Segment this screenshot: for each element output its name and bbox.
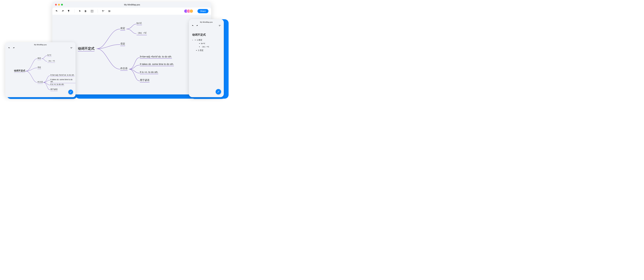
undo-icon[interactable]	[192, 24, 194, 27]
minimize-window-button[interactable]	[58, 4, 60, 6]
redo-icon[interactable]	[12, 47, 15, 49]
outline-item[interactable]: 2.否定	[192, 49, 220, 52]
magic-wand-icon[interactable]	[70, 47, 73, 49]
phone-toolbar	[189, 24, 224, 28]
bullet-icon	[195, 40, 196, 40]
svg-rect-0	[68, 10, 69, 11]
tablet-toolbar	[5, 46, 76, 50]
connector-lines	[52, 15, 211, 94]
outline-item-label: 2.否定	[198, 49, 204, 52]
document-title: My MindMap.pos	[189, 19, 224, 24]
undo-icon[interactable]	[55, 10, 58, 13]
svg-rect-9	[93, 12, 93, 12]
outline-item-label: （to）+V.	[201, 46, 209, 48]
main-toolbar: Share	[52, 8, 211, 15]
svg-rect-1	[68, 11, 69, 12]
svg-rect-6	[91, 10, 92, 10]
mindmap-canvas[interactable]: 动词不定式 肯定 否定 作主语 to+V. （to）+V. It+be+adj.…	[52, 15, 211, 94]
outline-item[interactable]: to+V.	[192, 42, 220, 44]
magic-wand-icon[interactable]	[102, 10, 105, 13]
redo-icon[interactable]	[196, 24, 198, 27]
mindmap-branch-node[interactable]: 否定	[120, 42, 125, 46]
bullet-icon	[196, 50, 197, 51]
edit-fab-button[interactable]	[68, 90, 73, 94]
svg-rect-8	[91, 12, 92, 12]
desktop-window: My MindMap.pos Share	[52, 2, 211, 94]
svg-rect-5	[91, 10, 93, 12]
tablet-window: My MindMap.pos 动词不定式 肯定 否定 作主语 to+V. （to…	[5, 42, 76, 97]
window-controls	[55, 4, 63, 6]
bullet-icon	[199, 46, 200, 47]
svg-point-11	[110, 11, 110, 11]
mindmap-branch-node[interactable]: 肯定	[120, 27, 125, 30]
outline-item-label: to+V.	[201, 42, 206, 44]
svg-point-12	[109, 12, 109, 12]
outline-item[interactable]: （to）+V.	[192, 46, 220, 48]
mindmap-leaf-node[interactable]: It+be+adj.+for/of sb. to do sth.	[50, 74, 74, 76]
outline-item-label: 1.肯定	[197, 39, 202, 41]
mindmap-leaf-node[interactable]: It is +n. to do sth.	[50, 83, 64, 86]
bullet-icon	[199, 43, 200, 44]
mindmap-leaf-node[interactable]: It is +n. to do sth.	[140, 71, 158, 74]
edit-fab-button[interactable]	[216, 89, 221, 94]
settings-sliders-icon[interactable]	[108, 10, 111, 13]
mindmap-branch-node[interactable]: 否定	[38, 66, 41, 69]
document-title: My MindMap.pos	[5, 42, 76, 46]
mindmap-root-node[interactable]: 动词不定式	[78, 46, 94, 51]
svg-point-10	[108, 10, 109, 11]
svg-rect-2	[85, 10, 86, 12]
mindmap-branch-node[interactable]: 作主语	[120, 67, 128, 70]
mindmap-leaf-node[interactable]: It takes sb. some time to do sth.	[50, 78, 76, 83]
mindmap-leaf-node[interactable]: （to）+V.	[48, 60, 55, 62]
outline-title: 动词不定式	[192, 33, 220, 36]
collaborator-avatars[interactable]	[184, 9, 193, 13]
align-icon[interactable]	[84, 10, 88, 13]
svg-rect-3	[86, 10, 86, 11]
phone-window: My MindMap.pos 动词不定式 ▾ 1.肯定 to+V. （to）+V…	[189, 19, 224, 97]
close-window-button[interactable]	[55, 4, 57, 6]
avatar[interactable]	[189, 9, 193, 13]
mindmap-leaf-node[interactable]: It+be+adj.+for/of sb. to do sth.	[140, 55, 172, 58]
mindmap-branch-node[interactable]: 作主语	[38, 81, 43, 83]
share-button[interactable]: Share	[198, 9, 208, 13]
mindmap-branch-node[interactable]: 肯定	[38, 57, 41, 60]
undo-icon[interactable]	[8, 47, 10, 49]
redo-icon[interactable]	[61, 10, 64, 13]
svg-rect-7	[93, 10, 93, 10]
outline-view[interactable]: 动词不定式 ▾ 1.肯定 to+V. （to）+V. 2.否定	[189, 28, 224, 53]
transform-icon[interactable]	[90, 10, 94, 13]
mindmap-leaf-node[interactable]: to+V.	[48, 54, 52, 56]
mindmap-root-node[interactable]: 动词不定式	[14, 69, 25, 72]
mindmap-canvas[interactable]: 动词不定式 肯定 否定 作主语 to+V. （to）+V. It+be+adj.…	[5, 50, 76, 97]
format-painter-icon[interactable]	[67, 10, 70, 13]
svg-rect-4	[86, 12, 86, 12]
outline-item[interactable]: ▾ 1.肯定	[192, 39, 220, 41]
mindmap-leaf-node[interactable]: 用于谚语	[140, 79, 150, 82]
caret-down-icon[interactable]: ▾	[192, 39, 194, 41]
maximize-window-button[interactable]	[61, 4, 63, 6]
mindmap-leaf-node[interactable]: 用于谚语	[50, 88, 58, 91]
document-title: My MindMap.pos	[63, 4, 201, 6]
titlebar: My MindMap.pos	[52, 2, 211, 8]
mindmap-leaf-node[interactable]: to+V.	[136, 22, 142, 24]
magic-wand-icon[interactable]	[219, 24, 221, 27]
cursor-icon[interactable]	[78, 10, 82, 13]
mindmap-leaf-node[interactable]: It takes sb. some time to do sth.	[140, 63, 174, 66]
mindmap-leaf-node[interactable]: （to）+V.	[136, 32, 147, 34]
